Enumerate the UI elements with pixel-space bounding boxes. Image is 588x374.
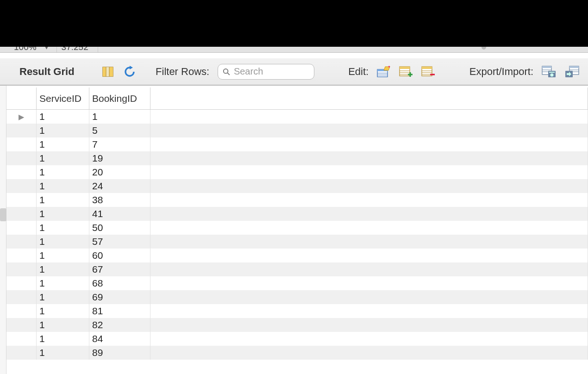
cell-empty [150,304,588,318]
cell-empty [150,110,588,124]
row-handle[interactable] [6,165,37,179]
delete-row-icon[interactable] [421,64,435,80]
cell-bookingid[interactable]: 84 [89,332,150,346]
cell-serviceid[interactable]: 1 [37,318,89,332]
cell-serviceid[interactable]: 1 [37,221,89,235]
table-row[interactable]: 119 [6,151,588,165]
filter-search-box[interactable] [218,64,314,80]
table-row[interactable]: 124 [6,179,588,193]
cell-empty [150,290,588,304]
row-handle[interactable] [6,124,37,137]
cell-bookingid[interactable]: 89 [89,346,150,360]
row-handle[interactable] [6,290,37,304]
cell-serviceid[interactable]: 1 [37,332,89,346]
row-handle[interactable] [6,262,37,276]
refresh-icon[interactable] [123,64,137,80]
svg-rect-3 [109,67,113,76]
row-handle[interactable] [6,207,37,221]
cell-bookingid[interactable]: 5 [89,124,150,137]
table-row[interactable]: 15 [6,124,588,137]
cell-serviceid[interactable]: 1 [37,165,89,179]
cell-bookingid[interactable]: 57 [89,235,150,249]
edit-label: Edit: [348,66,369,78]
cell-bookingid[interactable]: 20 [89,165,150,179]
cell-serviceid[interactable]: 1 [37,262,89,276]
cell-serviceid[interactable]: 1 [37,179,89,193]
cell-serviceid[interactable]: 1 [37,151,89,165]
cell-bookingid[interactable]: 50 [89,221,150,235]
column-header-bookingid[interactable]: BookingID [89,87,150,109]
filter-rows-label: Filter Rows: [156,66,209,78]
row-handle[interactable] [6,137,37,151]
table-row[interactable]: 184 [6,332,588,346]
svg-rect-1 [103,67,106,76]
table-row[interactable]: 120 [6,165,588,179]
cell-bookingid[interactable]: 60 [89,249,150,262]
cell-serviceid[interactable]: 1 [37,137,89,151]
cell-bookingid[interactable]: 24 [89,179,150,193]
cell-serviceid[interactable]: 1 [37,110,89,124]
row-handle[interactable] [6,151,37,165]
row-handle[interactable] [6,304,37,318]
chevron-down-icon: ▾ [45,47,48,51]
row-handle[interactable] [6,332,37,346]
search-input[interactable] [234,66,309,77]
cell-serviceid[interactable]: 1 [37,290,89,304]
cell-serviceid[interactable]: 1 [37,249,89,262]
table-row[interactable]: 167 [6,262,588,276]
row-handle[interactable] [6,179,37,193]
cell-serviceid[interactable]: 1 [37,304,89,318]
table-header-row: ServiceID BookingID [6,87,588,110]
cell-serviceid[interactable]: 1 [37,346,89,360]
cell-bookingid[interactable]: 67 [89,262,150,276]
edit-row-icon[interactable] [377,64,391,80]
cell-bookingid[interactable]: 81 [89,304,150,318]
table-row[interactable]: 141 [6,207,588,221]
table-row[interactable]: 138 [6,193,588,207]
zoom-level[interactable]: 100% ▾ [14,47,57,52]
import-icon[interactable] [565,64,580,80]
table-row[interactable]: 169 [6,290,588,304]
cell-bookingid[interactable]: 82 [89,318,150,332]
cell-bookingid[interactable]: 38 [89,193,150,207]
row-handle[interactable] [6,221,37,235]
table-row[interactable]: 182 [6,318,588,332]
cell-serviceid[interactable]: 1 [37,207,89,221]
cell-serviceid[interactable]: 1 [37,124,89,137]
cell-bookingid[interactable]: 1 [89,110,150,124]
svg-point-35 [550,73,554,76]
cell-serviceid[interactable]: 1 [37,276,89,290]
vertical-scrollbar[interactable] [0,86,6,374]
table-row[interactable]: 17 [6,137,588,151]
current-row-indicator-icon: ▶ [19,112,24,121]
row-handle[interactable] [6,276,37,290]
row-handle[interactable] [6,249,37,262]
pane-handle-icon[interactable] [482,47,486,50]
cell-bookingid[interactable]: 69 [89,290,150,304]
row-handle[interactable] [6,318,37,332]
toggle-columns-icon[interactable] [101,64,115,80]
column-header-serviceid[interactable]: ServiceID [37,87,89,109]
row-handle[interactable] [6,346,37,360]
table-row[interactable]: 189 [6,346,588,360]
add-row-icon[interactable] [399,64,413,80]
row-handle[interactable] [6,193,37,207]
table-row[interactable]: ▶11 [6,110,588,124]
cell-bookingid[interactable]: 19 [89,151,150,165]
table-row[interactable]: 157 [6,235,588,249]
cursor-position: 37:252 [62,47,98,52]
scrollbar-thumb[interactable] [0,208,6,221]
cell-bookingid[interactable]: 41 [89,207,150,221]
table-row[interactable]: 168 [6,276,588,290]
row-handle[interactable] [6,235,37,249]
row-handle[interactable]: ▶ [6,110,37,124]
table-row[interactable]: 160 [6,249,588,262]
export-icon[interactable] [542,64,557,80]
svg-rect-24 [422,67,432,69]
table-row[interactable]: 181 [6,304,588,318]
cell-bookingid[interactable]: 7 [89,137,150,151]
cell-serviceid[interactable]: 1 [37,193,89,207]
table-row[interactable]: 150 [6,221,588,235]
cell-serviceid[interactable]: 1 [37,235,89,249]
cell-bookingid[interactable]: 68 [89,276,150,290]
